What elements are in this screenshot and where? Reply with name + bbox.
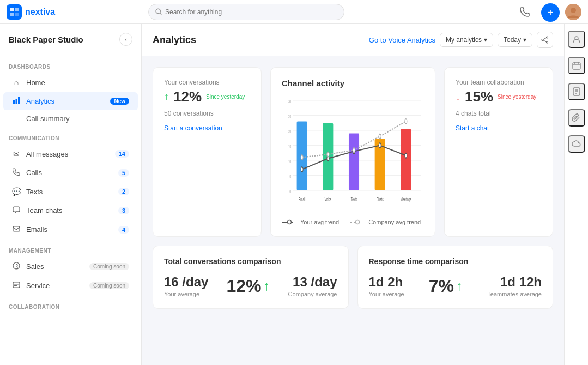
svg-rect-38 [401, 129, 411, 190]
svg-text:5: 5 [290, 173, 292, 180]
calls-icon [12, 168, 21, 177]
conversations-card: Your conversations ↑ 12% Since yesterday… [153, 67, 262, 237]
sidebar-item-texts[interactable]: 💬 Texts 2 [3, 183, 138, 200]
channel-chart-svg: 0 5 10 15 20 25 30 [282, 94, 424, 214]
svg-point-4 [156, 9, 161, 14]
service-icon [12, 281, 21, 290]
svg-rect-11 [13, 207, 20, 212]
team-chats-icon [12, 206, 21, 215]
svg-point-55 [288, 220, 292, 224]
response-pct-value: 7% [429, 276, 454, 296]
collaboration-card: Your team collaboration ↓ 15% Since yest… [444, 67, 553, 237]
svg-rect-15 [14, 284, 19, 285]
svg-point-18 [547, 41, 548, 43]
svg-text:Chats: Chats [377, 196, 384, 203]
avatar[interactable] [565, 4, 581, 20]
svg-rect-59 [573, 63, 580, 69]
right-bar-calendar-button[interactable] [568, 57, 585, 74]
svg-text:Meetings: Meetings [401, 196, 411, 203]
legend-company-avg: Company avg trend [350, 219, 421, 225]
total-comparison-card: Total conversations comparison 16 /day Y… [153, 246, 349, 309]
service-label: Service [26, 282, 84, 290]
conversations-trend-label: Since yesterday [206, 94, 245, 100]
response-teammates-avg: 1d 12h Teammates average [487, 274, 542, 297]
svg-rect-8 [13, 100, 15, 104]
collapse-button[interactable]: ‹ [119, 33, 132, 46]
total-pct-group: 12% ↑ [226, 276, 270, 296]
collaboration-count: 4 chats total [456, 110, 542, 117]
add-button[interactable]: + [541, 3, 560, 22]
svg-rect-1 [15, 8, 19, 11]
svg-rect-10 [18, 97, 20, 104]
svg-point-48 [405, 153, 407, 158]
analytics-icon [12, 97, 21, 106]
logo[interactable]: nextiva [7, 4, 55, 20]
emails-label: Emails [26, 225, 113, 234]
sidebar-item-service[interactable]: Service Coming soon [3, 277, 138, 295]
logo-text: nextiva [25, 7, 55, 17]
start-conversation-link[interactable]: Start a conversation [164, 124, 222, 132]
search-input[interactable] [165, 8, 337, 16]
sidebar-item-emails[interactable]: Emails 4 [3, 220, 138, 238]
total-company-value: 13 /day [288, 274, 337, 290]
share-button[interactable] [537, 32, 553, 48]
my-analytics-dropdown[interactable]: My analytics ▾ [440, 33, 493, 47]
response-teammates-value: 1d 12h [487, 274, 542, 290]
total-your-avg: 16 /day Your average [164, 274, 208, 297]
search-icon [155, 8, 162, 15]
response-comparison-title: Response time comparison [369, 257, 542, 266]
sidebar-item-home[interactable]: ⌂ Home [3, 74, 138, 91]
sidebar-item-call-summary[interactable]: Call summary [3, 111, 138, 126]
svg-point-57 [356, 220, 360, 224]
chart-area: 0 5 10 15 20 25 30 [282, 94, 424, 214]
svg-point-13 [13, 262, 20, 269]
today-dropdown[interactable]: Today ▾ [498, 33, 532, 47]
sales-soon-badge: Coming soon [89, 263, 129, 270]
sidebar-item-team-chats[interactable]: Team chats 3 [3, 201, 138, 219]
svg-text:0: 0 [290, 188, 292, 195]
content-area: Your conversations ↑ 12% Since yesterday… [142, 56, 564, 320]
svg-text:20: 20 [288, 128, 291, 135]
right-bar [564, 24, 588, 365]
call-summary-label: Call summary [26, 115, 69, 123]
conversations-trend: Since yesterday [206, 94, 245, 100]
total-pct-arrow: ↑ [264, 278, 270, 294]
workspace-name: Black Paper Studio [9, 35, 83, 44]
texts-badge: 2 [118, 188, 129, 195]
svg-point-52 [379, 134, 381, 139]
legend-your-avg: Your avg trend [282, 219, 339, 225]
conversations-up-arrow: ↑ [164, 91, 169, 103]
phone-button[interactable] [517, 4, 532, 20]
management-section-label: Management [0, 239, 141, 257]
svg-point-47 [379, 143, 381, 148]
sidebar-item-all-messages[interactable]: ✉ All messages 14 [3, 145, 138, 163]
texts-label: Texts [26, 188, 113, 196]
voice-analytics-link[interactable]: Go to Voice Analytics [369, 36, 435, 44]
team-chats-badge: 3 [118, 207, 129, 214]
collaboration-card-label: Your team collaboration [456, 79, 542, 86]
right-bar-tasks-button[interactable] [568, 83, 585, 100]
svg-point-53 [405, 119, 407, 124]
sidebar-item-analytics[interactable]: Analytics New [3, 92, 138, 110]
channel-activity-title: Channel activity [282, 79, 424, 88]
right-bar-contacts-button[interactable] [568, 31, 585, 48]
sidebar-item-sales[interactable]: Sales Coming soon [3, 258, 138, 276]
team-chats-label: Team chats [26, 206, 113, 214]
svg-text:15: 15 [288, 143, 291, 150]
sidebar-header: Black Paper Studio ‹ [0, 24, 141, 55]
svg-point-17 [547, 37, 548, 38]
total-pct-value: 12% [226, 276, 261, 296]
start-chat-link[interactable]: Start a chat [456, 124, 489, 132]
layout: Black Paper Studio ‹ Dashboards ⌂ Home A… [0, 24, 588, 365]
sidebar-item-calls[interactable]: Calls 5 [3, 164, 138, 182]
search-bar[interactable] [148, 4, 344, 20]
right-bar-attachment-button[interactable] [568, 109, 585, 127]
response-pct-arrow: ↑ [456, 278, 463, 294]
calls-label: Calls [26, 169, 113, 177]
right-bar-cloud-button[interactable] [568, 135, 585, 153]
svg-rect-9 [16, 99, 17, 104]
analytics-label: Analytics [26, 97, 102, 105]
svg-rect-3 [15, 13, 19, 16]
svg-rect-14 [13, 282, 20, 288]
page-header: Analytics Go to Voice Analytics My analy… [142, 24, 564, 56]
